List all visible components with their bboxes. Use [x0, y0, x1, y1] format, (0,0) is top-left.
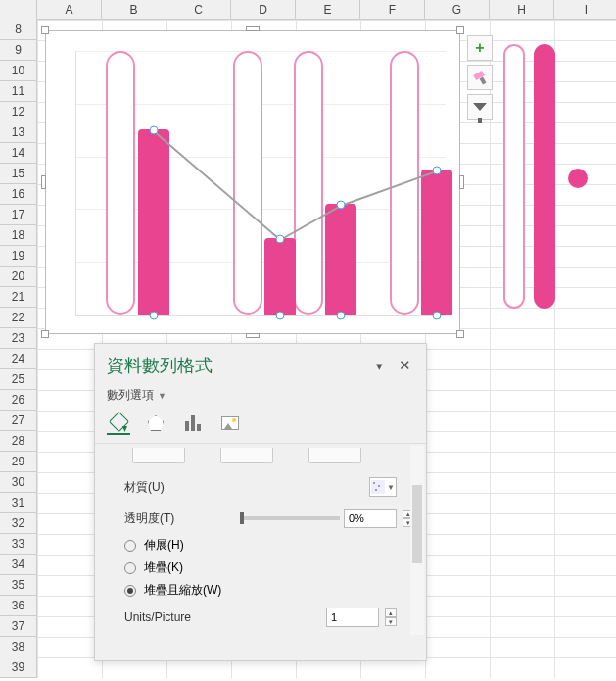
resize-handle-se[interactable] — [456, 330, 464, 338]
plot-area[interactable] — [75, 51, 446, 316]
row-30[interactable]: 30 — [0, 472, 37, 493]
pane-close-button[interactable]: ✕ — [395, 356, 414, 375]
data-point-handle[interactable] — [276, 312, 285, 320]
col-G[interactable]: G — [425, 0, 490, 20]
pane-options-button[interactable]: ▾ — [369, 356, 389, 375]
row-28[interactable]: 28 — [0, 431, 37, 452]
bar-filled-3[interactable] — [325, 204, 356, 315]
row-34[interactable]: 34 — [0, 555, 37, 575]
bar-filled-2[interactable] — [264, 238, 296, 315]
select-all-corner[interactable] — [0, 0, 37, 20]
col-D[interactable]: D — [231, 0, 296, 20]
transparency-row: 透明度(T) 0% ▴ ▾ — [124, 503, 414, 534]
row-19[interactable]: 19 — [0, 246, 37, 267]
transparency-value: 0% — [349, 512, 364, 524]
row-12[interactable]: 12 — [0, 102, 37, 122]
chart-filter-button[interactable] — [467, 94, 493, 120]
data-point-handle[interactable] — [433, 166, 442, 174]
bar-filled-4[interactable] — [421, 170, 452, 316]
chart-add-element-button[interactable]: + — [467, 35, 493, 61]
truncated-button-2[interactable] — [220, 448, 273, 463]
data-point-handle[interactable] — [276, 234, 285, 243]
resize-handle-w[interactable] — [41, 175, 46, 189]
row-20[interactable]: 20 — [0, 267, 37, 287]
tab-picture[interactable] — [218, 412, 242, 435]
resize-handle-n[interactable] — [246, 26, 260, 31]
transparency-slider[interactable] — [240, 516, 340, 520]
row-32[interactable]: 32 — [0, 513, 37, 534]
row-39[interactable]: 39 — [0, 657, 37, 678]
row-26[interactable]: 26 — [0, 390, 37, 411]
transparency-label: 透明度(T) — [124, 511, 232, 527]
data-point-handle[interactable] — [433, 312, 442, 320]
pane-scrollbar[interactable] — [410, 446, 424, 635]
bar-filled-1[interactable] — [138, 129, 169, 315]
row-15[interactable]: 15 — [0, 164, 37, 184]
radio-stretch-label: 伸展(H) — [144, 537, 184, 554]
truncated-button-3[interactable] — [308, 448, 361, 463]
row-38[interactable]: 38 — [0, 637, 37, 657]
transparency-input[interactable]: 0% — [344, 509, 397, 528]
resize-handle-sw[interactable] — [41, 330, 49, 338]
col-B[interactable]: B — [102, 0, 166, 20]
radio-stack-scale[interactable]: 堆疊且縮放(W) — [124, 579, 414, 602]
row-27[interactable]: 27 — [0, 411, 37, 431]
col-F[interactable]: F — [360, 0, 425, 20]
data-point-handle[interactable] — [337, 200, 346, 209]
row-18[interactable]: 18 — [0, 225, 37, 246]
row-29[interactable]: 29 — [0, 452, 37, 472]
resize-handle-s[interactable] — [246, 333, 260, 338]
legend-shape-dot[interactable] — [568, 169, 588, 188]
bar-outline-1[interactable] — [106, 51, 135, 315]
units-spinner[interactable]: ▴ ▾ — [385, 608, 397, 626]
scroll-thumb[interactable] — [412, 485, 422, 563]
format-data-series-pane[interactable]: 資料數列格式 ▾ ✕ 數列選項 ▼ 材質(U) — [94, 343, 427, 661]
texture-picker[interactable]: ▼ — [369, 477, 397, 497]
data-point-handle[interactable] — [150, 312, 159, 320]
resize-handle-ne[interactable] — [456, 26, 464, 34]
row-25[interactable]: 25 — [0, 369, 37, 390]
row-13[interactable]: 13 — [0, 122, 37, 143]
col-H[interactable]: H — [490, 0, 554, 20]
col-C[interactable]: C — [166, 0, 231, 20]
tab-series-options[interactable] — [181, 412, 205, 435]
row-31[interactable]: 31 — [0, 493, 37, 513]
row-16[interactable]: 16 — [0, 184, 37, 205]
row-23[interactable]: 23 — [0, 328, 37, 349]
row-37[interactable]: 37 — [0, 616, 37, 637]
row-21[interactable]: 21 — [0, 287, 37, 308]
bar-outline-2[interactable] — [233, 51, 262, 315]
units-input[interactable]: 1 — [326, 608, 379, 627]
resize-handle-e[interactable] — [459, 175, 464, 189]
col-A[interactable]: A — [37, 0, 102, 20]
data-point-handle[interactable] — [150, 126, 159, 135]
row-14[interactable]: 14 — [0, 143, 37, 164]
col-I[interactable]: I — [554, 0, 616, 20]
row-17[interactable]: 17 — [0, 205, 37, 225]
radio-stack[interactable]: 堆疊(K) — [124, 557, 414, 579]
row-10[interactable]: 10 — [0, 61, 37, 81]
row-24[interactable]: 24 — [0, 349, 37, 369]
row-22[interactable]: 22 — [0, 308, 37, 328]
row-36[interactable]: 36 — [0, 596, 37, 616]
row-35[interactable]: 35 — [0, 575, 37, 596]
truncated-button-1[interactable] — [132, 448, 185, 463]
resize-handle-nw[interactable] — [41, 26, 49, 34]
close-icon: ✕ — [399, 357, 411, 374]
bar-outline-3[interactable] — [294, 51, 323, 315]
row-8[interactable]: 8 — [0, 20, 37, 40]
data-point-handle[interactable] — [337, 312, 346, 320]
chart-object[interactable] — [45, 30, 460, 334]
radio-stretch[interactable]: 伸展(H) — [124, 534, 414, 557]
tab-effects[interactable] — [144, 412, 167, 435]
row-9[interactable]: 9 — [0, 40, 37, 61]
legend-shape-outline[interactable] — [503, 44, 525, 309]
pane-header: 資料數列格式 ▾ ✕ — [95, 344, 426, 383]
row-33[interactable]: 33 — [0, 534, 37, 555]
series-options-dropdown[interactable]: 數列選項 ▼ — [95, 383, 426, 412]
col-E[interactable]: E — [296, 0, 360, 20]
legend-shape-filled[interactable] — [534, 44, 555, 309]
row-11[interactable]: 11 — [0, 81, 37, 102]
chart-styles-button[interactable] — [467, 65, 493, 90]
tab-fill-line[interactable] — [107, 412, 130, 435]
